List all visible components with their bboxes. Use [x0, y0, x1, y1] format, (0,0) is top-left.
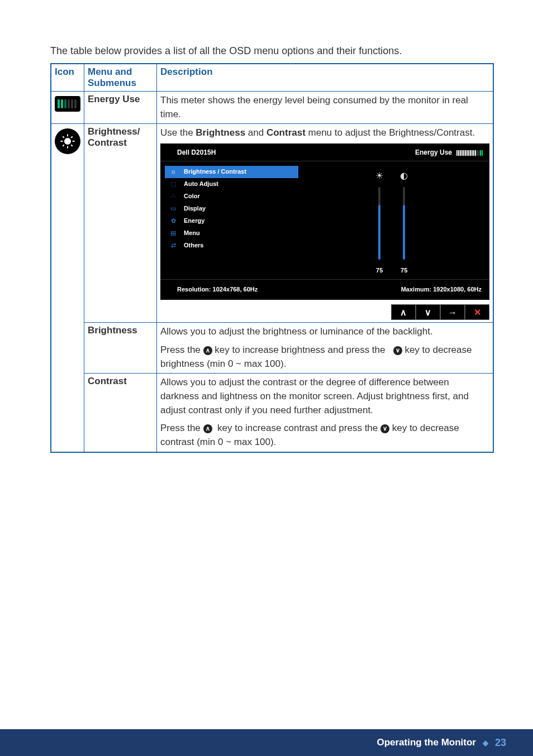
- table-row: Brightness/ Contrast Use the Brightness …: [51, 124, 493, 323]
- slider-track[interactable]: [378, 187, 380, 260]
- text: Allows you to adjust the contrast or the…: [160, 376, 489, 417]
- page-number: 23: [495, 737, 506, 749]
- osd-menu-item[interactable]: ☼ Brightness / Contrast: [165, 166, 298, 178]
- energy-meter-icon: [55, 96, 80, 112]
- osd-menu-item[interactable]: ∴ Color: [165, 190, 298, 203]
- svg-line-6: [71, 145, 73, 147]
- osd-menu-label: Color: [184, 192, 200, 201]
- resolution-text: Resolution: 1024x768, 60Hz: [177, 285, 258, 294]
- nav-up-button[interactable]: ∧: [391, 304, 416, 320]
- menu-label: Brightness: [84, 323, 157, 374]
- th-desc: Description: [157, 64, 494, 92]
- osd-menu-label: Menu: [184, 229, 200, 238]
- osd-title: Dell D2015H: [177, 148, 216, 157]
- svg-line-8: [71, 137, 73, 138]
- osd-menu-label: Auto Adjust: [184, 180, 218, 189]
- intro-text: The table below provides a list of all t…: [50, 44, 494, 59]
- max-resolution-text: Maximum: 1920x1080, 60Hz: [401, 285, 482, 294]
- osd-menu-item[interactable]: ✿ Energy: [165, 215, 298, 227]
- th-icon: Icon: [51, 64, 84, 92]
- menu-icon: ▤: [168, 229, 178, 238]
- desc-cell: This meter shows the energy level being …: [157, 92, 494, 124]
- contrast-slider[interactable]: ◐ 75: [400, 169, 408, 275]
- osd-menu-label: Others: [184, 241, 203, 250]
- slider-track[interactable]: [403, 187, 405, 260]
- osd-screenshot: Dell D2015H Energy Use ☼ Bright: [160, 143, 489, 300]
- footer-title: Operating the Monitor: [377, 737, 476, 748]
- table-row: Energy Use This meter shows the energy l…: [51, 92, 493, 124]
- osd-nav-buttons: ∧ ∨ → ✕: [160, 300, 489, 320]
- separator-icon: ◆: [483, 739, 488, 747]
- osd-menu-item[interactable]: ▤ Menu: [165, 227, 298, 240]
- osd-menu-label: Energy: [184, 217, 204, 226]
- color-icon: ∴: [168, 192, 178, 201]
- down-key-icon: ∨: [393, 346, 402, 355]
- brightness-slider[interactable]: ☀ 75: [375, 169, 383, 275]
- osd-menu-label: Display: [184, 204, 206, 213]
- nav-enter-button[interactable]: →: [440, 304, 465, 320]
- up-key-icon: ∧: [203, 424, 212, 433]
- energy-meter-icon: [456, 150, 483, 156]
- table-row: Contrast Allows you to adjust the contra…: [51, 374, 493, 452]
- bold-text: Contrast: [266, 127, 306, 138]
- menu-label: Contrast: [84, 374, 157, 452]
- brightness-icon: ☀: [375, 169, 383, 182]
- osd-menu-item[interactable]: ▭ Display: [165, 203, 298, 215]
- bold-text: Brightness: [196, 127, 245, 138]
- text: Allows you to adjust the brightness or l…: [160, 325, 489, 339]
- svg-line-7: [63, 145, 64, 147]
- brightness-contrast-icon: [55, 128, 80, 154]
- brightness-value: 75: [376, 266, 383, 275]
- osd-menu-list: ☼ Brightness / Contrast ⬚ Auto Adjust ∴ …: [160, 161, 298, 279]
- svg-point-0: [65, 138, 70, 144]
- text: Press the: [160, 423, 203, 433]
- contrast-value: 75: [401, 266, 407, 275]
- down-key-icon: ∨: [380, 424, 389, 433]
- desc-cell: Allows you to adjust the contrast or the…: [157, 374, 494, 452]
- menu-label: Brightness/ Contrast: [84, 124, 157, 323]
- text: Use the: [160, 127, 196, 138]
- desc-cell: Use the Brightness and Contrast menu to …: [157, 124, 494, 323]
- osd-options-table: Icon Menu and Submenus Description Energ…: [50, 63, 494, 453]
- display-icon: ▭: [168, 204, 178, 213]
- th-menu: Menu and Submenus: [84, 64, 157, 92]
- auto-adjust-icon: ⬚: [168, 180, 178, 189]
- text: key to increase contrast and press the: [215, 423, 380, 433]
- osd-menu-label: Brightness / Contrast: [184, 168, 246, 176]
- contrast-icon: ◐: [400, 169, 408, 182]
- others-icon: ⇄: [168, 241, 178, 250]
- table-row: Brightness Allows you to adjust the brig…: [51, 323, 493, 374]
- page-footer: Operating the Monitor ◆ 23: [0, 729, 533, 756]
- text: and: [245, 127, 266, 138]
- nav-down-button[interactable]: ∨: [416, 304, 440, 320]
- text: key to increase brightness and press the: [212, 344, 388, 355]
- osd-menu-item[interactable]: ⇄ Others: [165, 240, 298, 252]
- nav-close-button[interactable]: ✕: [465, 304, 489, 320]
- svg-line-5: [63, 137, 64, 138]
- up-key-icon: ∧: [203, 346, 212, 355]
- brightness-icon: ☼: [168, 168, 178, 176]
- osd-energy-label: Energy Use: [415, 148, 452, 157]
- desc-cell: Allows you to adjust the brightness or l…: [157, 323, 494, 374]
- text: menu to adjust the Brightness/Contrast.: [306, 127, 475, 138]
- menu-label: Energy Use: [84, 92, 157, 124]
- energy-icon: ✿: [168, 217, 178, 226]
- osd-menu-item[interactable]: ⬚ Auto Adjust: [165, 178, 298, 190]
- text: Press the: [160, 344, 203, 355]
